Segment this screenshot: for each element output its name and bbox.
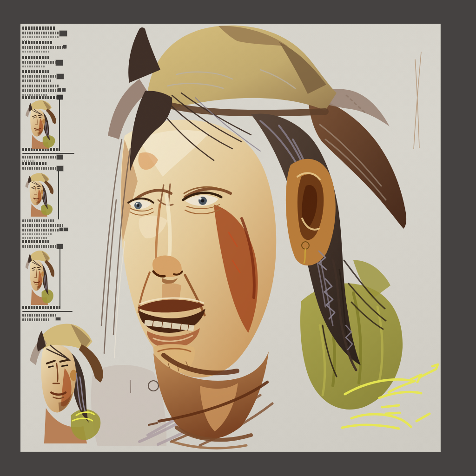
portrait-painting <box>0 0 476 476</box>
artwork-stage <box>0 0 476 476</box>
canvas-grain-texture <box>20 24 441 452</box>
